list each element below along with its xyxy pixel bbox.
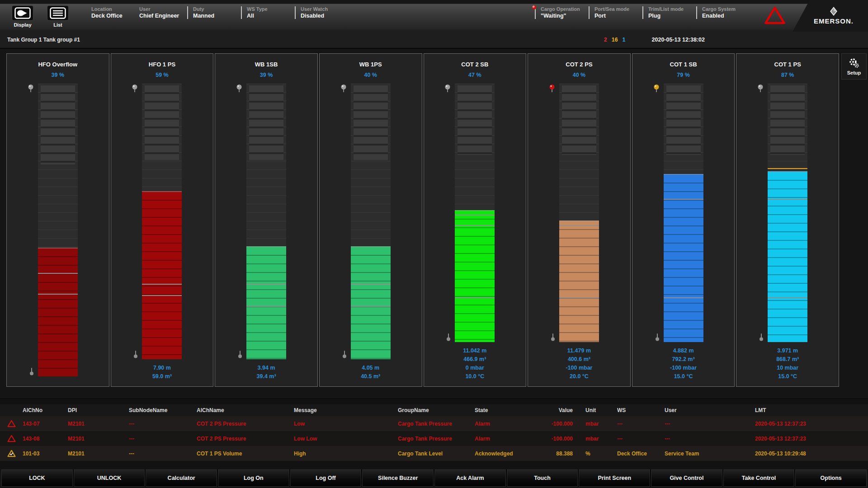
gauge-marker [246,306,286,307]
alarm-cell-alchname: COT 2 PS Pressure [197,421,294,427]
field-label: User [139,6,181,12]
system-button-log-on[interactable]: Log On [218,469,289,487]
alarm-cell-state: Acknowledged [475,450,542,457]
tank-value-line: 15.0 °C [776,372,799,381]
tank-panel-cot-2-sb[interactable]: COT 2 SB 47 % 11.042 m466.9 m³0 mbar10.0… [424,53,527,387]
alarm-cell-unit: mbar [585,421,617,427]
system-button-unlock[interactable]: UNLOCK [74,469,145,487]
pressure-sensor-icon [549,84,555,93]
alarm-cell-user: --- [665,421,755,427]
tank-value-line: 7.90 m [152,364,172,372]
alarm-cell-message: Low [294,421,398,427]
system-button-ack-alarm[interactable]: Ack Alarm [434,469,506,487]
tank-value-line: 40.5 m³ [361,372,380,381]
tank-name: COT 2 PS [566,61,592,68]
tank-name: COT 1 PS [774,61,801,68]
tank-value-line: -100 mbar [566,364,592,372]
tank-values: 4.05 m40.5 m³ [361,364,380,381]
gauge-fill [38,248,78,376]
temperature-sensor-icon [759,333,764,341]
setup-button[interactable]: Setup [841,53,867,80]
emerson-diamond-icon [830,7,837,16]
alarm-cell-alchname: COT 2 PS Pressure [197,436,294,442]
alarm-cell-message: High [294,450,398,457]
alarm-row[interactable]: 101-03M2101---COT 1 PS VolumeHighCargo T… [0,446,868,461]
alarm-row[interactable]: 143-07M2101---COT 2 PS PressureLowCargo … [0,416,868,431]
header-field-port-sea-mode: Port/Sea mode Port [589,6,636,19]
header-cell-lmt: LMT [755,407,868,413]
gauge-marker [142,284,182,285]
tank-panel-hfo-overflow[interactable]: HFO Overflow 39 % [6,53,109,387]
tank-panels: HFO Overflow 39 % HFO 1 PS 59 % [6,53,839,387]
alarm-cell-value: 88.388 [542,450,585,457]
system-button-give-control[interactable]: Give Control [651,469,722,487]
tank-name: COT 1 SB [670,61,697,68]
emerson-wordmark: EMERSON. [814,17,854,25]
tank-value-line: 15.0 °C [670,372,697,381]
tank-panel-cot-1-ps[interactable]: COT 1 PS 87 % 3.971 m868.7 m³10 mbar15.0… [736,53,839,387]
header-field-duty: Duty Manned [187,6,235,19]
alarm-cell-subnodename: --- [129,421,197,427]
tank-value-line: 868.7 m³ [776,355,799,364]
alarm-cell-ws: --- [617,421,665,427]
tank-values: 4.882 m792.2 m³-100 mbar15.0 °C [670,347,697,381]
tank-values: 3.94 m39.4 m³ [257,364,276,381]
tank-percent: 40 % [364,72,377,78]
header-cell-groupname: GroupName [398,407,475,413]
tank-percent: 40 % [573,72,586,78]
system-button-take-control[interactable]: Take Control [723,469,795,487]
tank-gauge [559,84,599,342]
display-button[interactable]: Display [10,5,35,28]
tank-panel-cot-1-sb[interactable]: COT 1 SB 79 % 4.882 m792.2 m³-100 mbar15… [632,53,735,387]
tank-panel-hfo-1-ps[interactable]: HFO 1 PS 59 % 7.90 m59.0 m³ [111,53,214,387]
alarm-cell-unit: mbar [585,436,617,442]
header-cell-alchname: AlChName [197,407,294,413]
alarm-cell-groupname: Cargo Tank Pressure [398,436,475,442]
gauge-area [528,84,630,342]
gauge-marker [559,225,599,226]
header-cell-state: State [475,407,542,413]
tank-values: 7.90 m59.0 m³ [152,364,172,381]
tank-panel-cot-2-ps[interactable]: COT 2 PS 40 % 11.479 m400.6 m³-100 mbar2… [528,53,631,387]
alarm-count-2: 1 [623,37,626,43]
header-field-user: User Chief Engineer [139,6,181,19]
alarm-cell-ws: --- [617,436,665,442]
tank-name: COT 2 SB [461,61,488,68]
alarm-count-0: 2 [604,37,607,43]
tank-value-line: 39.4 m³ [257,372,276,381]
gauge-area [424,84,526,342]
system-button-options[interactable]: Options [795,469,867,487]
alarm-cell-groupname: Cargo Tank Level [398,450,475,457]
list-button[interactable]: List [45,5,71,28]
system-button-print-screen[interactable]: Print Screen [579,469,650,487]
tank-panel-wb-1ps[interactable]: WB 1PS 40 % 4.05 m40.5 m³ [319,53,422,387]
tank-name: WB 1PS [359,61,382,68]
alarm-cell-subnodename: --- [129,450,197,457]
system-button-touch[interactable]: Touch [507,469,578,487]
field-label: Cargo Operation [541,6,582,12]
alarm-table-header: AlChNoDPISubNodeNameAlChNameMessageGroup… [0,404,868,416]
temperature-sensor-icon [655,333,660,341]
clock: 2020-05-13 12:38:02 [652,37,705,43]
header-cell-dpi: DPI [68,407,129,413]
alarm-cell-lmt: 2020-05-13 12:37:23 [755,436,868,442]
emerson-logo: EMERSON. [790,0,868,32]
alarm-cell-state: Alarm [475,421,542,427]
tank-value-line: 4.882 m [670,347,697,355]
gauge-area [215,84,317,359]
tank-panel-wb-1sb[interactable]: WB 1SB 39 % 3.94 m39.4 m³ [215,53,318,387]
system-button-lock[interactable]: LOCK [1,469,73,487]
system-button-calculator[interactable]: Calculator [146,469,217,487]
gauge-marker [38,294,78,295]
tank-name: HFO Overflow [38,61,77,68]
alarm-indicator-icon[interactable] [764,6,786,25]
system-button-log-off[interactable]: Log Off [290,469,362,487]
alarm-cell-alchname: COT 1 PS Volume [197,450,294,457]
header-field-cargo-operation: Cargo Operation "Waiting" [535,6,582,19]
temperature-sensor-icon [342,350,347,358]
tank-gauge [351,84,391,359]
alarm-cell-alchno: 143-07 [23,421,68,427]
tank-value-line: 11.042 m [463,347,486,355]
alarm-row[interactable]: 143-08M2101---COT 2 PS PressureLow LowCa… [0,431,868,446]
system-button-silence-buzzer[interactable]: Silence Buzzer [362,469,434,487]
